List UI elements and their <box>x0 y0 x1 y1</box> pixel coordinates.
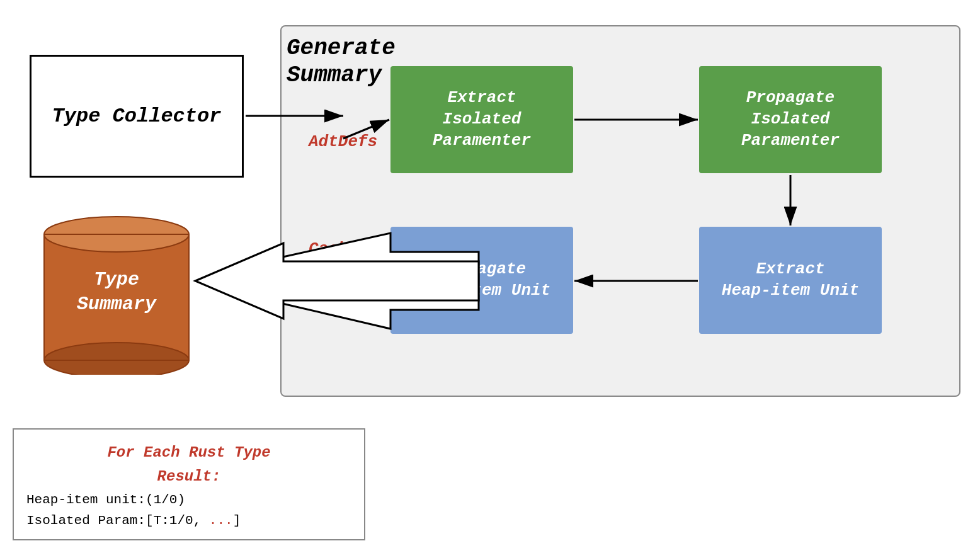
svg-marker-15 <box>198 246 277 316</box>
propagate-heap-label: Propagate Heap-item Unit <box>413 259 550 302</box>
adtdefs-label: AdtDefs <box>309 132 377 151</box>
extract-heap-label: Extract Heap-item Unit <box>722 259 859 302</box>
type-collector-box: Type Collector <box>30 55 244 178</box>
propagate-isolated-label: Propagate Isolated Paramenter <box>741 88 840 151</box>
type-collector-label: Type Collector <box>52 103 222 130</box>
propagate-heap-box: Propagate Heap-item Unit <box>390 227 573 334</box>
propagate-isolated-box: Propagate Isolated Paramenter <box>699 66 882 173</box>
generate-summary-title: Generate Summary <box>287 35 396 89</box>
type-summary-cylinder: Type Summary <box>38 209 195 375</box>
info-box-subtitle: Result: <box>26 465 351 489</box>
isolated-text: Isolated <box>26 513 90 528</box>
diagram-container: Type Collector Generate Summary Extract … <box>0 0 980 553</box>
info-box-line1: Heap-item unit:(1/0) <box>26 489 351 511</box>
info-box: For Each Rust Type Result: Heap-item uni… <box>13 428 365 540</box>
cache-label: Cache <box>309 239 358 258</box>
extract-heap-box: Extract Heap-item Unit <box>699 227 882 334</box>
extract-isolated-label: Extract Isolated Paramenter <box>433 88 531 151</box>
info-box-title: For Each Rust Type <box>26 441 351 465</box>
info-box-line2: Isolated Param:[T:1/0, ...] <box>26 510 351 532</box>
extract-isolated-box: Extract Isolated Paramenter <box>390 66 573 173</box>
type-summary-label: Type Summary <box>54 268 179 317</box>
